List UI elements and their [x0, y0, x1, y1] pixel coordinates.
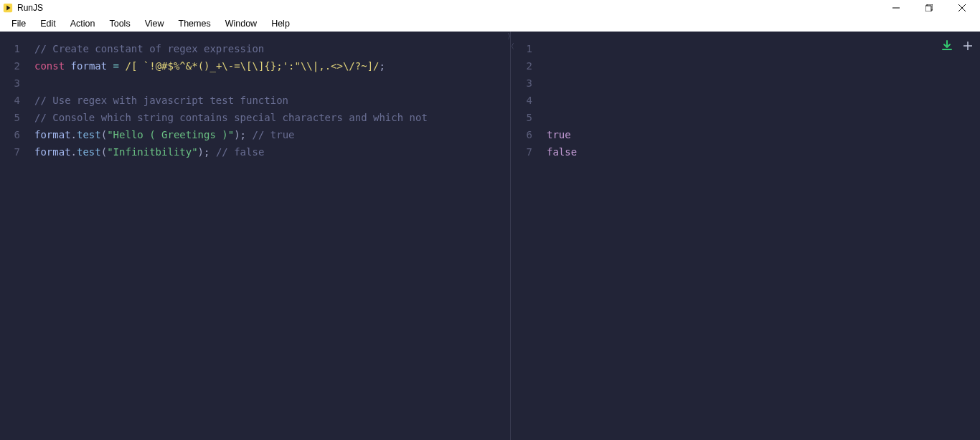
- token: [65, 60, 70, 72]
- code-line[interactable]: // Console which string contains special…: [34, 109, 428, 126]
- token: format: [71, 60, 108, 72]
- token: // Use regex with javascript test functi…: [34, 95, 288, 106]
- menu-view[interactable]: View: [139, 17, 170, 30]
- code-line: [547, 75, 577, 92]
- token: [209, 146, 215, 158]
- menu-themes[interactable]: Themes: [173, 17, 217, 30]
- token: // Console which string contains special…: [34, 112, 428, 123]
- token: =: [113, 60, 119, 72]
- token: (: [101, 146, 107, 158]
- title-bar: RunJS: [0, 0, 980, 16]
- token: true: [547, 129, 571, 140]
- plus-icon[interactable]: [963, 39, 973, 54]
- token: "Infinitbility": [107, 146, 197, 158]
- menu-help[interactable]: Help: [265, 17, 296, 30]
- token: const: [34, 60, 65, 72]
- line-number: 4: [511, 92, 541, 109]
- token: format: [34, 129, 71, 140]
- maximize-button[interactable]: [913, 0, 946, 16]
- line-number: 4: [0, 92, 29, 109]
- output-gutter: 1234567: [511, 32, 541, 440]
- token: test: [77, 146, 101, 158]
- line-number: 7: [0, 143, 29, 161]
- token: );: [198, 146, 210, 158]
- code-line: false: [547, 143, 577, 161]
- editor-body[interactable]: // Create constant of regex expressionco…: [29, 32, 428, 440]
- close-button[interactable]: [946, 0, 979, 16]
- token: test: [77, 129, 101, 140]
- token: .: [71, 146, 77, 158]
- token: /[ `!@#$%^&*()_+\-=\[\]{};':"\\|,.<>\/?~…: [125, 60, 379, 72]
- menu-edit[interactable]: Edit: [34, 17, 62, 30]
- line-number: 3: [511, 75, 541, 92]
- output-toolbar: [941, 39, 973, 54]
- code-line: [547, 109, 577, 126]
- menu-bar: File Edit Action Tools View Themes Windo…: [0, 16, 980, 32]
- line-number: 1: [0, 40, 29, 57]
- app-title: RunJS: [17, 3, 43, 13]
- menu-file[interactable]: File: [6, 17, 32, 30]
- minimize-button[interactable]: [880, 0, 913, 16]
- editor-gutter: 1234567: [0, 32, 29, 440]
- output-pane: 1234567 truefalse: [511, 32, 980, 440]
- code-line: [547, 57, 577, 75]
- menu-window[interactable]: Window: [220, 17, 263, 30]
- token: [107, 60, 113, 72]
- token: "Hello ( Greetings )": [107, 129, 234, 140]
- token: (: [101, 129, 107, 140]
- menu-tools[interactable]: Tools: [103, 17, 136, 30]
- code-line[interactable]: [34, 75, 428, 92]
- line-number: 6: [0, 126, 29, 143]
- download-icon[interactable]: [941, 39, 953, 53]
- title-left: RunJS: [1, 3, 43, 13]
- line-number: 2: [0, 57, 29, 75]
- token: false: [547, 146, 577, 158]
- line-number: 6: [511, 126, 541, 143]
- token: // true: [252, 129, 294, 140]
- line-number: 2: [511, 57, 541, 75]
- code-line[interactable]: // Create constant of regex expression: [34, 40, 428, 57]
- svg-rect-4: [925, 6, 931, 11]
- code-line[interactable]: format.test("Hello ( Greetings )"); // t…: [34, 126, 428, 143]
- token: );: [234, 129, 246, 140]
- token: // false: [216, 146, 264, 158]
- token: format: [34, 146, 71, 158]
- token: .: [71, 129, 77, 140]
- token: ;: [380, 60, 385, 72]
- window-controls: [880, 0, 979, 16]
- code-line[interactable]: // Use regex with javascript test functi…: [34, 92, 428, 109]
- line-number: 5: [0, 109, 29, 126]
- token: // Create constant of regex expression: [34, 43, 264, 54]
- line-number: 7: [511, 143, 541, 161]
- line-number: 5: [511, 109, 541, 126]
- line-number: 3: [0, 75, 29, 92]
- editor-container: 1234567 // Create constant of regex expr…: [0, 32, 980, 440]
- code-line: [547, 92, 577, 109]
- code-line: true: [547, 126, 577, 143]
- line-number: 1: [511, 40, 541, 57]
- app-icon: [3, 3, 13, 13]
- code-line: [547, 40, 577, 57]
- code-line[interactable]: format.test("Infinitbility"); // false: [34, 143, 428, 161]
- output-body: truefalse: [541, 32, 577, 440]
- editor-pane: 1234567 // Create constant of regex expr…: [0, 32, 511, 440]
- code-line[interactable]: const format = /[ `!@#$%^&*()_+\-=\[\]{}…: [34, 57, 428, 75]
- menu-action[interactable]: Action: [65, 17, 101, 30]
